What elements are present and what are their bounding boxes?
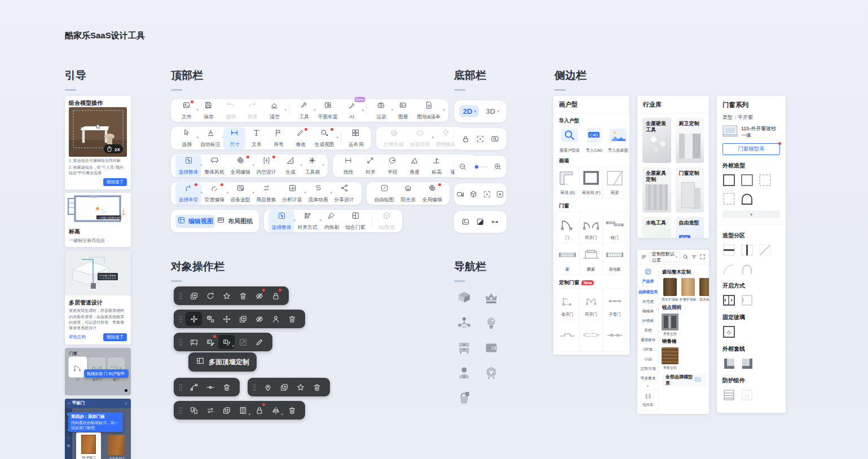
toolbar-item-combowin[interactable]: 组合门窗 [342,210,368,232]
toolbar-item-layout[interactable]: 平面布置 [315,100,341,122]
toolbar-item-cloud[interactable]: 情景管理▾ [407,127,433,149]
shape-louver[interactable] [722,389,735,401]
toolbar-item-share[interactable]: 分享设计 [331,183,357,205]
navwallet-icon[interactable] [483,339,500,356]
object-tool-movearrows[interactable] [218,312,235,326]
cubeo-icon[interactable] [467,190,480,198]
zoom-slider-handle[interactable] [475,165,478,169]
rail-item-2[interactable]: 榻榻米 [642,307,653,315]
door-item-selected[interactable]: 00-平板门 [76,432,101,459]
library-select[interactable]: 定制馆默认公库▾ [649,252,680,262]
object-tool-person[interactable] [267,312,284,326]
door-item[interactable]: 无拉手开门 [104,432,129,459]
expand-icon[interactable] [699,252,706,262]
got-it-button[interactable]: 我知道了 [103,333,127,341]
list-icon[interactable] [641,252,647,262]
toolbar-item-linear[interactable]: 线性 [337,155,359,177]
toolbar-item-undo[interactable]: 撤销 [219,100,241,122]
rail-product-library[interactable]: 产品库 [637,267,658,287]
catalog-tile-搜索户型库[interactable]: 搜索户型库 [558,127,581,153]
object-tool-trash[interactable] [309,380,325,394]
toolbar-item-redo[interactable]: 恢复 [241,100,263,122]
shape-open-casement[interactable] [722,294,735,307]
zoom-slider[interactable] [473,166,488,167]
object-tool-panelswap[interactable] [186,403,202,417]
drag-handle-icon[interactable] [179,383,183,392]
toolbar-item-innerspace[interactable]: 内空设计 [253,155,279,177]
rail-glyph-icon[interactable]: ▤ [67,443,71,447]
toolbar-item-sunhouse[interactable]: 阳光房 [397,183,419,205]
shape-div-diag[interactable] [759,244,772,257]
focusdot-icon[interactable] [473,135,488,143]
toolbar-item-camera[interactable]: 渲染▾ [370,100,392,122]
catalog-tile-移门[interactable]: 移门 [602,211,627,244]
catalog-tile-cdoor6[interactable] [602,320,627,352]
toolbar-item-alignway[interactable]: 对齐方式▾ [294,210,320,232]
rail-glyph-icon[interactable]: ◇ [67,435,70,439]
object-tool-wallpen[interactable] [202,335,218,349]
toolbar-item-lampstrip[interactable]: 灯带生成 [381,127,407,149]
toolbar-item-layoutpaper[interactable]: 布局图纸 [215,215,254,228]
catalog-tile-子母门[interactable]: 子母门 [602,288,627,320]
toolbar-item-scurve[interactable]: 流体动画▾ [305,183,331,205]
toolbar-item-dimension[interactable]: 尺寸 [223,127,245,149]
industry-card-kitchen[interactable]: 厨卫定制 [676,118,704,163]
catalog-tile-窗[interactable]: 窗 [556,243,580,275]
object-tool-blinds[interactable]: ▾ [235,403,251,417]
catalog-tile-导入CAD[interactable]: CAD导入CAD [584,127,604,153]
object-tool-copyplus[interactable] [186,289,202,303]
brand-item[interactable]: 查看全部 [662,314,677,337]
object-tool-mirror[interactable]: ▾ [267,403,284,417]
navbadge-icon[interactable] [483,364,500,381]
toolbar-item-genview[interactable]: 生成视图▾ [311,127,337,149]
object-tool-cubes[interactable] [202,312,218,326]
toolbar-item-file[interactable]: 文件▾ [175,100,197,122]
drag-handle-icon[interactable] [179,315,183,324]
toolbar-item-style[interactable]: 整体风格 [201,155,227,177]
object-tool-copyplus[interactable] [235,312,251,326]
object-tool-rotate[interactable] [202,289,218,303]
object-tool-eyeoff[interactable] [251,312,267,326]
rail-bottom-0[interactable]: 组件库 [637,390,658,410]
imgphoto-icon[interactable] [459,218,473,226]
shape-sq-dash[interactable] [722,192,735,205]
shape-glass-fixed[interactable] [722,325,735,338]
navcube-icon[interactable] [456,290,473,307]
object-tool-copyplus[interactable] [276,380,292,394]
toolbar-item-ai[interactable]: AI▾Beta [341,100,363,121]
toolbar-item-autolabel[interactable]: 自动标注▾ [197,127,223,149]
catalog-tile-画房间 (F)[interactable]: 画房间 (F) [579,166,603,198]
zoom-out-icon[interactable] [456,162,470,171]
expand-more-button[interactable]: ▼ [722,210,780,218]
object-tool-star[interactable] [218,289,235,303]
drag-handle-icon[interactable] [179,406,183,415]
rail-item-0[interactable]: 品牌模型库 [638,288,658,295]
toolbar-item-freeframe[interactable]: 自由绘图 [371,183,397,205]
toolbar-item-editview[interactable]: 编辑视图 [175,215,215,228]
shape-sq-solid[interactable] [722,174,735,187]
object-tool-editsq[interactable] [235,335,251,349]
toolbar-item-grid[interactable]: 去布局 [345,127,367,149]
navbucket-icon[interactable] [456,389,473,406]
toolbar-item-globepen[interactable]: 全局编辑▾ [227,155,253,177]
object-tool-wallpanel[interactable] [186,335,202,349]
screensearch-icon[interactable] [488,135,503,143]
rail-item-1[interactable]: 单元柜 [642,297,653,305]
filter-icon[interactable] [691,252,697,262]
toolbar-item-device[interactable]: 设备选型▾ [227,183,253,205]
rail-item-9[interactable]: 书桌餐桌 [640,374,655,382]
toolbar-item-replace[interactable]: 商品替换 [253,183,279,205]
camgear-icon[interactable] [454,190,467,198]
toolbar-item-chart[interactable]: 分析计算▾ [279,183,305,205]
object-tool-lock[interactable] [251,403,267,417]
brand-item[interactable]: 原木柜体 [698,278,709,302]
toolbar-item-asterisk[interactable]: 工具箱▾ [301,155,323,177]
lock-icon[interactable] [459,135,473,143]
addframe-icon[interactable] [494,190,506,198]
toolbar-item-cube3d[interactable]: 3D预览 [376,210,398,232]
toolbar-item-selectpanel[interactable]: 选择整体▾ [175,155,201,177]
toolbar-item-pipeedit[interactable]: 管道编辑▾ [201,183,227,205]
toolbar-item-globepen[interactable]: 全局编辑 [419,183,445,205]
toolbar-item-doc[interactable]: 图纸&清单▾ [414,100,444,122]
rail-item-6[interactable]: OP库 [643,345,653,353]
